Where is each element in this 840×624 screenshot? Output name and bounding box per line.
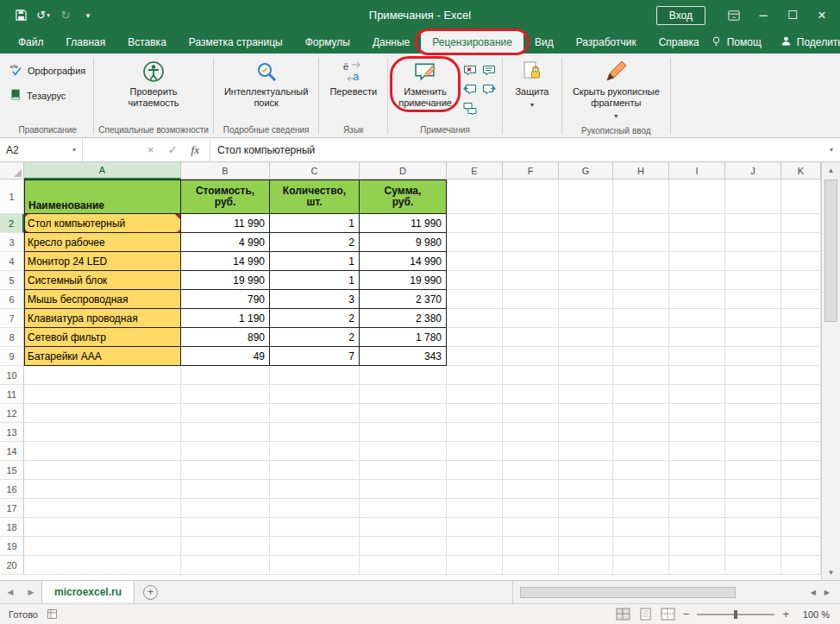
cell-B3[interactable]: 4 990 — [181, 233, 270, 252]
cell-H2[interactable] — [613, 214, 669, 233]
cell-C15[interactable] — [270, 461, 360, 480]
cell-D17[interactable] — [360, 499, 447, 518]
cell-A17[interactable] — [24, 499, 181, 518]
row-header-14[interactable]: 14 — [0, 442, 24, 461]
cell-C17[interactable] — [270, 499, 360, 518]
cell-J7[interactable] — [725, 309, 781, 328]
cell-K2[interactable] — [781, 214, 821, 233]
cell-J2[interactable] — [725, 214, 781, 233]
close-button[interactable]: × — [809, 3, 835, 28]
tell-me-search[interactable]: Помощ — [711, 35, 762, 49]
cell-I3[interactable] — [669, 233, 725, 252]
cell-H10[interactable] — [613, 366, 669, 385]
cell-C8[interactable]: 2 — [270, 328, 360, 347]
row-header-10[interactable]: 10 — [0, 366, 24, 385]
cell-F10[interactable] — [503, 366, 559, 385]
cell-F18[interactable] — [503, 518, 559, 537]
sheet-prev-icon[interactable]: ◀ — [0, 581, 21, 603]
cell-F4[interactable] — [503, 252, 559, 271]
check-accessibility-button[interactable]: Проверить читаемость — [122, 57, 185, 111]
row-header-2[interactable]: 2 — [0, 214, 24, 233]
cell-G7[interactable] — [559, 309, 613, 328]
cell-A4[interactable]: Монитор 24 LED — [24, 252, 181, 271]
cell-A6[interactable]: Мышь беспроводная — [24, 290, 181, 309]
tab-data[interactable]: Данные — [361, 30, 421, 54]
cell-G6[interactable] — [559, 290, 613, 309]
cell-G16[interactable] — [559, 480, 613, 499]
cell-A18[interactable] — [24, 518, 181, 537]
cell-E10[interactable] — [447, 366, 503, 385]
show-hide-comment-icon[interactable] — [480, 62, 498, 79]
cell-K4[interactable] — [781, 252, 821, 271]
cell-G11[interactable] — [559, 385, 613, 404]
row-header-19[interactable]: 19 — [0, 537, 24, 556]
cell-H9[interactable] — [613, 347, 669, 366]
column-header-A[interactable]: A — [24, 162, 181, 180]
cell-A14[interactable] — [24, 442, 181, 461]
cell-B17[interactable] — [181, 499, 270, 518]
cell-A10[interactable] — [24, 366, 181, 385]
cell-B9[interactable]: 49 — [181, 347, 270, 366]
cell-E18[interactable] — [447, 518, 503, 537]
cell-K1[interactable] — [781, 180, 821, 214]
cell-A7[interactable]: Клавиатура проводная — [24, 309, 181, 328]
cell-I10[interactable] — [669, 366, 725, 385]
cell-E7[interactable] — [447, 309, 503, 328]
cell-H6[interactable] — [613, 290, 669, 309]
cell-D16[interactable] — [360, 480, 447, 499]
cell-A9[interactable]: Батарейки AAA — [24, 347, 181, 366]
zoom-in-icon[interactable]: + — [782, 608, 789, 621]
cell-D9[interactable]: 343 — [360, 347, 447, 366]
cell-A15[interactable] — [24, 461, 181, 480]
cell-C13[interactable] — [270, 423, 360, 442]
column-header-B[interactable]: B — [181, 162, 270, 180]
column-header-J[interactable]: J — [725, 162, 781, 180]
undo-dropdown-icon[interactable]: ▾ — [47, 12, 50, 19]
cell-H1[interactable] — [613, 180, 669, 214]
row-header-13[interactable]: 13 — [0, 423, 24, 442]
cell-G4[interactable] — [559, 252, 613, 271]
cell-H3[interactable] — [613, 233, 669, 252]
cell-G15[interactable] — [559, 461, 613, 480]
cell-I11[interactable] — [669, 385, 725, 404]
cell-G19[interactable] — [559, 537, 613, 556]
enter-entry-icon[interactable]: ✓ — [168, 143, 178, 156]
cell-B1[interactable]: Стоимость, руб. — [181, 180, 270, 214]
cell-B6[interactable]: 790 — [181, 290, 270, 309]
zoom-out-icon[interactable]: − — [683, 608, 690, 621]
cell-E6[interactable] — [447, 290, 503, 309]
cell-J5[interactable] — [725, 271, 781, 290]
cell-G2[interactable] — [559, 214, 613, 233]
cell-G10[interactable] — [559, 366, 613, 385]
cell-B19[interactable] — [181, 537, 270, 556]
cell-J16[interactable] — [725, 480, 781, 499]
cell-C2[interactable]: 1 — [270, 214, 360, 233]
column-header-C[interactable]: C — [270, 162, 360, 180]
cell-D2[interactable]: 11 990 — [360, 214, 447, 233]
row-header-3[interactable]: 3 — [0, 233, 24, 252]
tab-help[interactable]: Справка — [648, 30, 711, 54]
cell-C12[interactable] — [270, 404, 360, 423]
cell-F16[interactable] — [503, 480, 559, 499]
cell-I17[interactable] — [669, 499, 725, 518]
thesaurus-button[interactable]: Тезаурус — [6, 86, 69, 104]
cell-C19[interactable] — [270, 537, 360, 556]
cell-E14[interactable] — [447, 442, 503, 461]
column-header-F[interactable]: F — [503, 162, 559, 180]
cell-A2[interactable]: Стол компьютерный — [24, 214, 181, 233]
cell-J11[interactable] — [725, 385, 781, 404]
translate-button[interactable]: ёa Перевести — [323, 57, 383, 100]
cell-K8[interactable] — [781, 328, 821, 347]
cell-K16[interactable] — [781, 480, 821, 499]
cell-F9[interactable] — [503, 347, 559, 366]
name-box-dropdown-icon[interactable]: ▾ — [72, 146, 76, 154]
cell-I1[interactable] — [669, 180, 725, 214]
cell-J6[interactable] — [725, 290, 781, 309]
cell-F7[interactable] — [503, 309, 559, 328]
cell-K10[interactable] — [781, 366, 821, 385]
cell-G18[interactable] — [559, 518, 613, 537]
cell-H4[interactable] — [613, 252, 669, 271]
scroll-right-icon[interactable]: ▶ — [824, 589, 830, 596]
cell-E15[interactable] — [447, 461, 503, 480]
cell-B16[interactable] — [181, 480, 270, 499]
